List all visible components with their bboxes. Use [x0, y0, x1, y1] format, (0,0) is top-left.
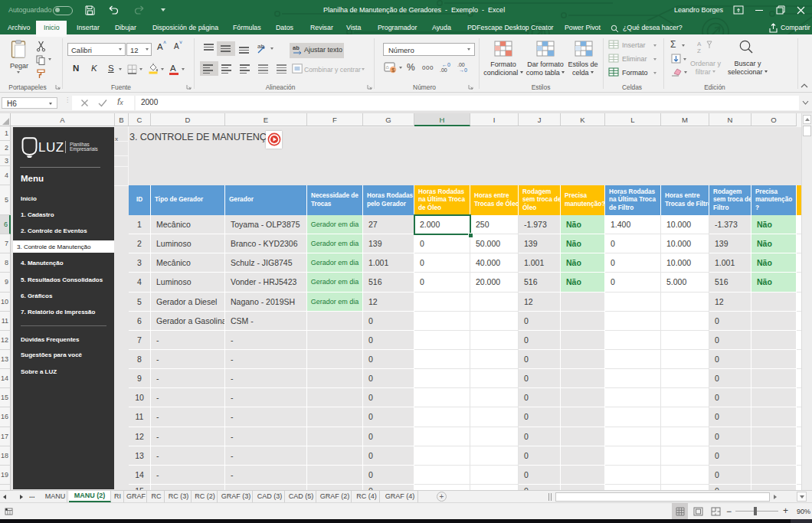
svg-text:.00: .00: [440, 67, 447, 73]
svg-text:$: $: [391, 67, 395, 74]
svg-text:.00: .00: [457, 62, 465, 67]
svg-text:Z: Z: [697, 47, 701, 54]
svg-text:←0: ←0: [442, 62, 450, 67]
svg-text:ab: ab: [293, 44, 300, 51]
svg-text:ab: ab: [257, 43, 264, 50]
svg-text:A: A: [697, 41, 702, 47]
svg-text:⌂: ⌂: [386, 64, 389, 70]
svg-text:→0: →0: [459, 67, 467, 73]
